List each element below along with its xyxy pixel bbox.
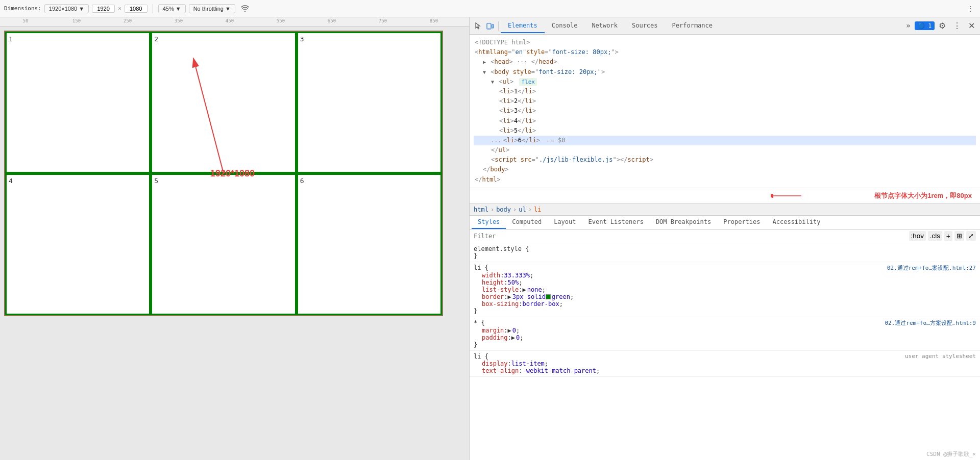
cls-btn[interactable]: .cls [928,231,942,241]
breadcrumb-html[interactable]: html [474,206,488,213]
css-prop-width: width : 33.333% ; [474,272,976,279]
html-line-li2[interactable]: <li>2</li> [474,96,976,106]
css-rule-universal: * { 02.通过rem+fo…方案设配.html:9 margin : ▶ 0… [470,317,980,351]
filter-input[interactable] [474,233,906,240]
expand-btn[interactable]: ⤢ [966,231,976,241]
network-icon-btn[interactable] [238,3,252,14]
active-tab-badge[interactable]: 🔵 1 [915,21,935,30]
html-line-ul-close[interactable]: </ul> [474,145,976,155]
size-separator: × [118,5,121,12]
css-prop-box-sizing: box-sizing : border-box ; [474,300,976,308]
html-line-script[interactable]: <script src="./js/lib-flexible.js"></scr… [474,155,976,165]
throttle-dropdown[interactable]: No throttling ▼ [189,4,235,13]
css-rule-li-ua: li { user agent stylesheet display : lis… [470,351,980,377]
dimension-annotation: 1920*1080 [210,168,255,179]
height-input[interactable] [125,5,148,13]
breadcrumb-li[interactable]: li [534,206,541,213]
svg-point-0 [244,11,246,12]
grid-cell-5: 5 [151,173,296,315]
html-line-li6[interactable]: ... <li>6</li> == $0 [474,136,976,145]
filter-actions: :hov .cls + ⊞ ⤢ [909,231,976,241]
layout-btn[interactable]: ⊞ [954,231,964,241]
more-options-btn[interactable]: ⋮ [965,4,976,14]
html-line-html[interactable]: <html lang="en" style="font-size: 80px;"… [474,47,976,57]
css-selector-element-style[interactable]: element.style { [474,245,976,252]
zoom-dropdown[interactable]: 45% ▼ [158,4,186,13]
subtab-dom-breakpoints[interactable]: DOM Breakpoints [650,216,717,229]
css-rule-li-1: li { 02.通过rem+fo…案设配.html:27 width : 33.… [470,262,980,317]
tab-performance[interactable]: Performance [665,19,720,33]
separator-1 [153,4,153,13]
html-line-doctype: <!DOCTYPE html> [474,38,976,47]
more-devtools-btn[interactable]: ⋮ [950,19,964,33]
preview-content: 1 2 3 4 5 6 1920*1080 [0,27,469,460]
css-prop-border: border : ▶ 3px solid green ; [474,293,976,300]
filter-bar: :hov .cls + ⊞ ⤢ [470,229,980,243]
html-line-li4[interactable]: <li>4</li> [474,116,976,126]
css-prop-text-align-ua: text-align : -webkit-match-parent ; [474,367,976,374]
flex-badge: flex [519,78,537,86]
subtab-accessibility[interactable]: Accessibility [767,216,827,229]
grid-cell-1: 1 [5,32,151,173]
close-devtools-btn[interactable]: ✕ [965,19,978,33]
subtab-event-listeners[interactable]: Event Listeners [582,216,650,229]
wifi-icon [240,4,250,13]
ruler-tick-250: 250 [124,18,132,23]
tab-sources[interactable]: Sources [625,19,665,33]
watermark: CSDN @狮子歌歌_× [926,450,976,458]
ruler-tick-50: 50 [23,18,29,23]
cursor-icon [474,22,482,30]
html-line-body[interactable]: ▼ <body style="font-size: 20px;"> [474,67,976,77]
css-selector-li-ua[interactable]: li { user agent stylesheet [474,353,976,360]
green-swatch[interactable] [546,294,551,299]
html-source-panel: <!DOCTYPE html> <html lang="en" style="f… [470,35,980,188]
html-line-head[interactable]: ▶ <head> ··· </head> [474,57,976,67]
subtab-layout[interactable]: Layout [548,216,582,229]
settings-btn[interactable]: ⚙ [936,19,949,33]
html-line-li3[interactable]: <li>3</li> [474,106,976,116]
devtools-panel: Elements Console Network Sources Perform… [470,17,980,460]
width-input[interactable] [92,5,115,13]
ruler-horizontal: 50 150 250 350 450 550 650 750 850 [0,17,469,27]
root-font-annotation: 根节点字体大小为1rem，即80px [470,188,980,203]
subtab-computed[interactable]: Computed [506,216,548,229]
css-selector-li-1[interactable]: li { 02.通过rem+fo…案设配.html:27 [474,264,976,272]
devtools-separator [498,21,499,31]
tab-more[interactable]: » [902,19,914,33]
css-prop-margin: margin : ▶ 0 ; [474,327,976,334]
html-line-ul[interactable]: ▼ <ul> flex [474,77,976,87]
css-rules: element.style { } li { 02.通过rem+fo…案设配.h… [470,243,980,377]
ruler-tick-850: 850 [430,18,438,23]
device-icon [486,22,494,30]
tab-elements[interactable]: Elements [501,19,545,33]
dimensions-dropdown[interactable]: 1920×1080 ▼ [44,4,89,13]
toolbar: Dimensions: 1920×1080 ▼ × 45% ▼ No throt… [0,0,980,17]
css-prop-list-style: list-style : ▶ none ; [474,286,976,293]
subtab-properties[interactable]: Properties [717,216,766,229]
add-style-btn[interactable]: + [944,231,952,241]
subtab-styles[interactable]: Styles [472,216,506,229]
svg-point-5 [488,28,489,28]
breadcrumb-ul[interactable]: ul [519,206,526,213]
inspect-icon-btn[interactable] [472,21,484,31]
css-prop-display-ua: display : list-item ; [474,360,976,367]
tab-badge-icon: 🔵 [918,22,925,29]
device-icon-btn[interactable] [484,21,496,31]
tab-network[interactable]: Network [584,19,625,33]
breadcrumb-bar: html › body › ul › li [470,203,980,216]
grid-cell-6: 6 [297,173,442,315]
html-line-html-close[interactable]: </html> [474,175,976,185]
css-rule-element-style: element.style { } [470,243,980,262]
ruler-tick-650: 650 [328,18,336,23]
css-prop-padding: padding : ▶ 0 ; [474,334,976,341]
css-selector-universal[interactable]: * { 02.通过rem+fo…方案设配.html:9 [474,319,976,327]
ruler-tick-150: 150 [72,18,81,23]
ruler-tick-350: 350 [175,18,183,23]
devtools-tabs-bar: Elements Console Network Sources Perform… [470,17,980,35]
tab-console[interactable]: Console [545,19,585,33]
html-line-body-close[interactable]: </body> [474,165,976,174]
html-line-li1[interactable]: <li>1</li> [474,87,976,96]
html-line-li5[interactable]: <li>5</li> [474,126,976,136]
breadcrumb-body[interactable]: body [496,206,511,213]
hov-btn[interactable]: :hov [909,231,926,241]
